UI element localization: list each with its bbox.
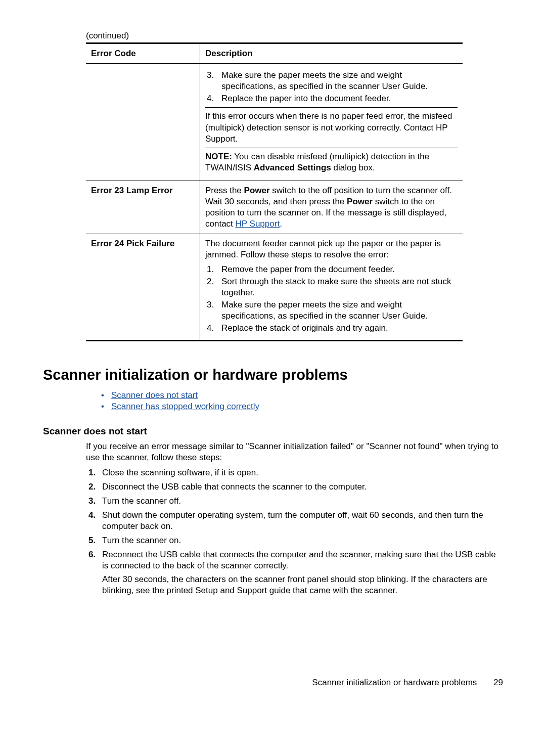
footer-text: Scanner initialization or hardware probl… — [312, 678, 477, 687]
list-item: Remove the paper from the document feede… — [216, 264, 458, 275]
scanner-not-start-link[interactable]: Scanner does not start — [111, 390, 198, 400]
list-item: Disconnect the USB cable that connects t… — [98, 481, 503, 493]
step-text-a: Reconnect the USB cable that connects th… — [102, 550, 496, 570]
paragraph: The document feeder cannot pick up the p… — [205, 238, 458, 260]
list-item: Sort through the stack to make sure the … — [216, 276, 458, 298]
list-item: Reconnect the USB cable that connects th… — [98, 549, 503, 596]
steps-list: Close the scanning software, if it is op… — [86, 467, 503, 596]
list-item: Make sure the paper meets the size and w… — [216, 299, 458, 322]
hp-support-link[interactable]: HP Support — [236, 219, 280, 229]
cell-description: Press the Power switch to the off positi… — [200, 181, 463, 234]
error-code-table: Error Code Description Make sure the pap… — [86, 42, 463, 341]
intro-paragraph: If you receive an error message similar … — [86, 441, 503, 463]
power-bold: Power — [347, 197, 373, 206]
desc-text: Press the — [205, 186, 244, 195]
col-header-description: Description — [200, 43, 463, 64]
body-block: If you receive an error message similar … — [86, 441, 503, 596]
list-item: Make sure the paper meets the size and w… — [216, 70, 458, 92]
ordered-list: Remove the paper from the document feede… — [205, 264, 458, 334]
table-header-row: Error Code Description — [86, 43, 463, 64]
list-item: Close the scanning software, if it is op… — [98, 467, 503, 478]
note-bold: Advanced Settings — [254, 163, 331, 172]
scanner-stopped-link[interactable]: Scanner has stopped working correctly — [111, 402, 259, 411]
heading-scanner-init: Scanner initialization or hardware probl… — [43, 366, 503, 385]
step-text-b: After 30 seconds, the characters on the … — [102, 574, 503, 596]
list-item: Turn the scanner on. — [98, 535, 503, 546]
list-item: Scanner has stopped working correctly — [101, 401, 503, 412]
cell-error-code — [86, 64, 200, 181]
col-header-error-code: Error Code — [86, 43, 200, 64]
list-item: Turn the scanner off. — [98, 496, 503, 507]
table-row: Error 24 Pick Failure The document feede… — [86, 234, 463, 341]
note-text-c: dialog box. — [331, 163, 375, 172]
note-paragraph: NOTE: You can disable misfeed (multipick… — [205, 148, 458, 173]
page-footer: Scanner initialization or hardware probl… — [43, 677, 503, 688]
subheading-scanner-not-start: Scanner does not start — [43, 425, 503, 438]
page-number: 29 — [493, 678, 503, 687]
cell-description: The document feeder cannot pick up the p… — [200, 234, 463, 341]
power-bold: Power — [244, 186, 270, 195]
note-label: NOTE: — [205, 152, 232, 161]
link-list: Scanner does not start Scanner has stopp… — [43, 390, 503, 412]
list-item: Replace the stack of originals and try a… — [216, 323, 458, 334]
list-item: Scanner does not start — [101, 390, 503, 401]
cell-error-code: Error 24 Pick Failure — [86, 234, 200, 341]
list-item: Replace the paper into the document feed… — [216, 93, 458, 104]
table-row: Make sure the paper meets the size and w… — [86, 64, 463, 181]
cell-error-code: Error 23 Lamp Error — [86, 181, 200, 234]
paragraph: If this error occurs when there is no pa… — [205, 107, 458, 144]
ordered-list: Make sure the paper meets the size and w… — [205, 70, 458, 104]
desc-text: . — [280, 219, 282, 229]
continued-label: (continued) — [86, 30, 503, 41]
list-item: Shut down the computer operating system,… — [98, 510, 503, 532]
table-row: Error 23 Lamp Error Press the Power swit… — [86, 181, 463, 234]
cell-description: Make sure the paper meets the size and w… — [200, 64, 463, 181]
